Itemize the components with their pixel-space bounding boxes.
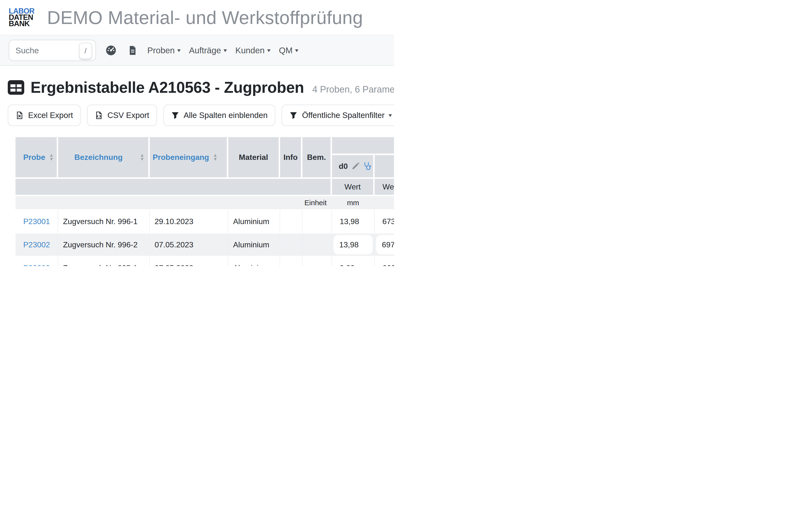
- probeneingang-cell: 29.10.2023: [150, 210, 228, 234]
- table-row: P23002 Zugversuch Nr. 996-2 07.05.2023 A…: [16, 234, 394, 257]
- dashboard-icon[interactable]: [105, 44, 117, 57]
- ldb-logo[interactable]: LABOR DATEN BANK: [9, 8, 34, 27]
- rm-value: 673: [376, 217, 394, 226]
- material-cell: Aluminium: [228, 234, 280, 257]
- subheader-d0-wert: Wert: [332, 179, 375, 196]
- group-header-zugversuch: Zugversuch duktile Werkstoffe inklusive …: [332, 137, 394, 155]
- bezeichnung-cell: Zugversuch Nr. 996-1: [58, 210, 150, 234]
- chevron-down-icon: ▾: [267, 47, 271, 54]
- excel-export-label: Excel Export: [28, 111, 73, 120]
- material-cell: Aluminium: [228, 257, 280, 266]
- csv-export-button[interactable]: CSV Export: [87, 105, 157, 126]
- info-cell: [280, 257, 302, 266]
- bezeichnung-cell: Zugversuch Nr. 996-2: [58, 234, 150, 257]
- filter-funnel-icon: [289, 111, 298, 119]
- page-subtitle: 4 Proben, 6 Parameter, Stand: 30.10.2023: [312, 84, 394, 95]
- chevron-down-icon: ▾: [177, 47, 180, 54]
- table-row: P23001 Zugversuch Nr. 996-1 29.10.2023 A…: [16, 210, 394, 234]
- labordatenbank-app: LABOR DATEN BANK DEMO Material- und Werk…: [0, 0, 394, 266]
- page-content: Ergebnistabelle A210563 - Zugproben 4 Pr…: [0, 66, 394, 266]
- main-navbar: / Proben ▾ Aufträge ▾ Kunden ▾ QM ▾ ⚙⚙ ▾: [0, 35, 394, 66]
- menu-auftraege[interactable]: Aufträge ▾: [189, 45, 226, 55]
- menu-kunden[interactable]: Kunden ▾: [235, 45, 270, 55]
- material-cell: Aluminium: [228, 210, 280, 234]
- menu-kunden-label: Kunden: [235, 45, 264, 55]
- show-all-columns-button[interactable]: Alle Spalten einblenden: [163, 105, 276, 126]
- param-header-d0: d0: [332, 155, 375, 179]
- probeneingang-cell: 07.05.2023: [150, 257, 228, 266]
- menu-proben[interactable]: Proben ▾: [147, 45, 180, 55]
- param-header-rm: Rm: [375, 155, 394, 179]
- probe-cell: P23002: [16, 234, 58, 257]
- menu-qm[interactable]: QM ▾: [279, 45, 298, 55]
- unit-row: Einheit mm MPa MPa % %: [16, 196, 394, 210]
- document-icon[interactable]: [126, 44, 139, 57]
- d0-value-cell: 13,98: [332, 234, 375, 257]
- info-cell: [280, 210, 302, 234]
- search-input[interactable]: [9, 46, 74, 55]
- excel-file-icon: [16, 111, 24, 119]
- column-header-probeneingang[interactable]: Probeneingang ▲▼: [150, 137, 228, 179]
- rm-input[interactable]: 697: [376, 235, 394, 254]
- sort-icon: ▲▼: [140, 153, 144, 161]
- probe-link[interactable]: P23003: [23, 263, 50, 266]
- d0-label: d0: [339, 162, 348, 171]
- bezeichnung-header-label: Bezeichnung: [74, 153, 123, 162]
- subheader-spacer: [16, 179, 332, 196]
- bem-cell: [302, 234, 332, 257]
- search-box: /: [9, 40, 96, 61]
- d0-value: 13,98: [333, 217, 359, 226]
- filter-funnel-icon: [171, 111, 179, 119]
- page-title: Ergebnistabelle A210563 - Zugproben: [31, 78, 304, 96]
- show-all-columns-label: Alle Spalten einblenden: [184, 111, 268, 120]
- public-column-filter-button[interactable]: Öffentliche Spaltenfilter ▾: [281, 105, 394, 126]
- chevron-down-icon: ▾: [295, 47, 298, 54]
- page-head: Ergebnistabelle A210563 - Zugproben 4 Pr…: [8, 78, 394, 96]
- rm-value-cell: 666: [375, 257, 394, 266]
- brand-header: LABOR DATEN BANK DEMO Material- und Werk…: [0, 0, 394, 35]
- chevron-down-icon: ▾: [389, 112, 392, 118]
- column-header-probe[interactable]: Probe ▲▼: [16, 137, 58, 179]
- column-header-info: Info: [280, 137, 302, 179]
- chevron-down-icon: ▾: [224, 47, 227, 54]
- unit-row-label: Einheit: [16, 196, 332, 210]
- info-cell: [280, 234, 302, 257]
- sort-icon: ▲▼: [49, 153, 54, 161]
- menu-qm-label: QM: [279, 45, 293, 55]
- probeneingang-cell: 07.05.2023: [150, 234, 228, 257]
- public-column-filter-label: Öffentliche Spaltenfilter: [302, 111, 385, 120]
- rm-value: 666: [376, 263, 394, 266]
- probeneingang-header-label: Probeneingang: [153, 153, 209, 162]
- probe-link[interactable]: P23002: [23, 240, 50, 249]
- probe-link[interactable]: P23001: [23, 217, 50, 226]
- rm-value-cell: 697: [375, 234, 394, 257]
- menu-auftraege-label: Aufträge: [189, 45, 221, 55]
- logo-line-3: BANK: [9, 21, 34, 27]
- d0-value-cell: 9,99: [332, 257, 375, 266]
- probe-cell: P23003: [16, 257, 58, 266]
- bem-cell: [302, 257, 332, 266]
- menu-proben-label: Proben: [147, 45, 175, 55]
- slash-shortcut-badge: /: [79, 43, 92, 59]
- stethoscope-icon[interactable]: [363, 162, 372, 171]
- probe-header-label: Probe: [23, 153, 45, 162]
- unit-d0: mm: [332, 196, 375, 210]
- csv-export-label: CSV Export: [107, 111, 149, 120]
- table-row: P23003 Zugversuch Nr. 995-1 07.05.2023 A…: [16, 257, 394, 266]
- column-header-bezeichnung[interactable]: Bezeichnung ▲▼: [58, 137, 150, 179]
- csv-file-icon: [95, 111, 103, 119]
- edit-pencil-icon[interactable]: [352, 162, 359, 170]
- sort-icon: ▲▼: [213, 153, 218, 161]
- d0-value: 9,99: [333, 263, 355, 266]
- d0-input[interactable]: 13,98: [333, 235, 373, 254]
- d0-value-cell: 13,98: [332, 210, 375, 234]
- column-header-bem: Bem.: [302, 137, 332, 179]
- bem-cell: [302, 210, 332, 234]
- unit-rm: MPa: [375, 196, 394, 210]
- table-icon: [8, 80, 24, 95]
- results-table: Probe ▲▼ Bezeichnung ▲▼ Probeneingang ▲▼…: [16, 137, 394, 266]
- column-header-material: Material: [228, 137, 280, 179]
- bezeichnung-cell: Zugversuch Nr. 995-1: [58, 257, 150, 266]
- rm-value-cell: 673: [375, 210, 394, 234]
- excel-export-button[interactable]: Excel Export: [8, 105, 81, 126]
